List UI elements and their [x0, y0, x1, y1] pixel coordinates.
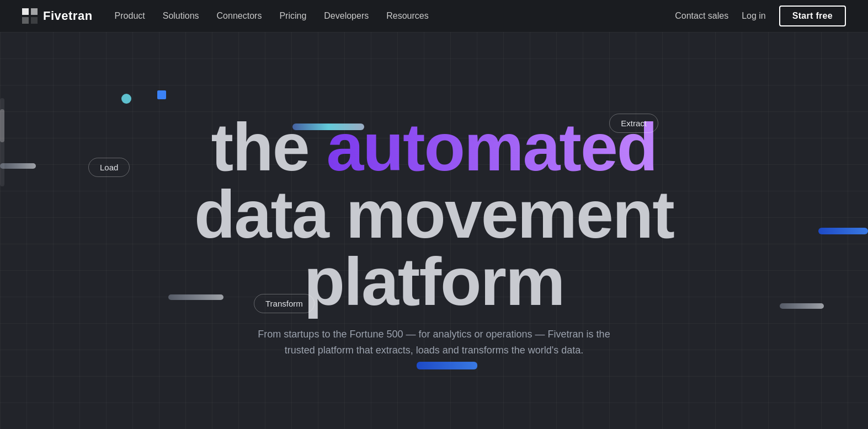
svg-rect-2 [22, 17, 29, 24]
login-link[interactable]: Log in [742, 11, 766, 21]
badge-extract: Extract [609, 114, 658, 133]
svg-rect-1 [31, 8, 38, 15]
decorative-bar-right-edge [818, 228, 868, 234]
hero-title-automated: automated [327, 110, 657, 185]
svg-rect-0 [22, 8, 29, 15]
decorative-bar-right-center [780, 303, 824, 309]
hero-subtitle: From startups to the Fortune 500 — for a… [247, 326, 622, 358]
hero-title-line3: platform [304, 244, 565, 319]
decorative-scrollbar-thumb [0, 109, 4, 142]
badge-load: Load [88, 158, 130, 177]
nav-item-developers[interactable]: Developers [324, 11, 369, 21]
start-free-button[interactable]: Start free [779, 6, 846, 26]
hero-section: Extract Load Transform the automated dat… [0, 32, 868, 429]
decorative-scrollbar [0, 98, 4, 186]
nav-right-actions: Contact sales Log in Start free [675, 6, 846, 26]
nav-item-solutions[interactable]: Solutions [163, 11, 199, 21]
decorative-bar-left [0, 163, 36, 169]
logo-text: Fivetran [43, 9, 93, 23]
decorative-dot-blue [157, 90, 166, 99]
hero-title: the automated data movement platform [194, 114, 674, 315]
nav-item-pricing[interactable]: Pricing [279, 11, 306, 21]
svg-rect-3 [31, 17, 38, 24]
nav-item-connectors[interactable]: Connectors [217, 11, 262, 21]
hero-title-the: the [211, 110, 327, 185]
fivetran-logo-icon [22, 8, 38, 24]
nav-item-product[interactable]: Product [115, 11, 145, 21]
contact-sales-link[interactable]: Contact sales [675, 11, 728, 21]
hero-content: the automated data movement platform Fro… [183, 92, 685, 369]
decorative-dot-teal [121, 94, 131, 104]
hero-title-line2: data movement [194, 177, 674, 252]
nav-item-resources[interactable]: Resources [386, 11, 428, 21]
badge-transform: Transform [254, 294, 315, 313]
navbar: Fivetran Product Solutions Connectors Pr… [0, 0, 868, 32]
logo[interactable]: Fivetran [22, 8, 93, 24]
